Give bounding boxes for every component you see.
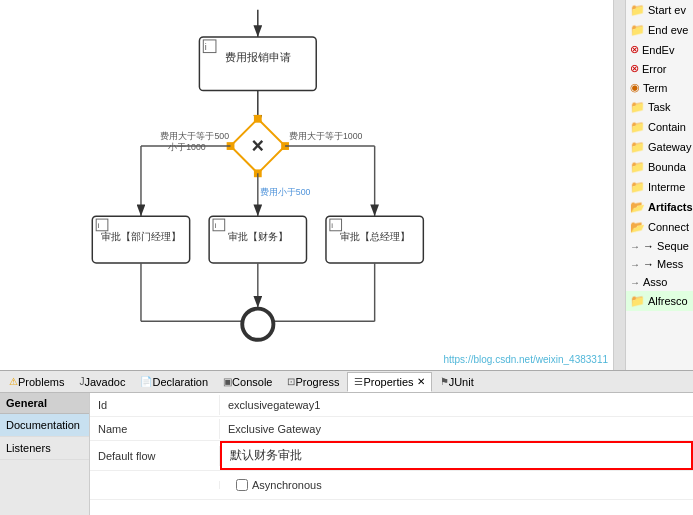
svg-text:i: i (331, 221, 333, 230)
prop-label-id: Id (90, 395, 220, 415)
right-panel-item-term[interactable]: ◉ Term (626, 78, 693, 97)
sequence-arrow-icon: → (630, 241, 640, 252)
stop-icon: ⊗ (630, 43, 639, 56)
right-panel-label: EndEv (642, 44, 674, 56)
right-panel-item-artifacts[interactable]: 📂 Artifacts (626, 197, 693, 217)
canvas[interactable]: i 费用报销申请 × 费用大于等于500 小于1000 (0, 0, 613, 370)
right-panel-label: Task (648, 101, 671, 113)
tab-progress[interactable]: ⊡ Progress (280, 372, 346, 392)
diagram-svg: i 费用报销申请 × 费用大于等于500 小于1000 (0, 0, 613, 370)
diagram-area: i 费用报销申请 × 费用大于等于500 小于1000 (0, 0, 693, 370)
right-panel-label: Artifacts (648, 201, 693, 213)
prop-row-default-flow: Default flow 默认财务审批 (90, 441, 693, 471)
tab-bar: ⚠ Problems J Javadoc 📄 Declaration ▣ Con… (0, 371, 693, 393)
right-panel-label: Error (642, 63, 666, 75)
junit-icon: ⚑ (440, 376, 449, 387)
right-panel-item-bounda[interactable]: 📁 Bounda (626, 157, 693, 177)
async-label: Asynchronous (252, 479, 322, 491)
prop-sidebar: General Documentation Listeners (0, 393, 90, 515)
tab-properties[interactable]: ☰ Properties ✕ (347, 372, 431, 392)
prop-sidebar-title: General (0, 393, 89, 414)
right-panel-label: Interme (648, 181, 685, 193)
prop-label-async (90, 481, 220, 489)
folder-icon: 📁 (630, 100, 645, 114)
tab-javadoc[interactable]: J Javadoc (72, 372, 132, 392)
folder-icon: 📁 (630, 160, 645, 174)
declaration-icon: 📄 (140, 376, 152, 387)
svg-point-40 (242, 309, 273, 340)
right-panel-item-gateway[interactable]: 📁 Gateway (626, 137, 693, 157)
svg-text:审批【部门经理】: 审批【部门经理】 (101, 232, 181, 243)
main-container: i 费用报销申请 × 费用大于等于500 小于1000 (0, 0, 693, 515)
folder-icon: 📁 (630, 3, 645, 17)
svg-text:审批【财务】: 审批【财务】 (228, 232, 288, 243)
right-panel-label: Gateway (648, 141, 691, 153)
svg-text:i: i (205, 42, 207, 52)
tab-junit[interactable]: ⚑ JUnit (433, 372, 481, 392)
tab-problems[interactable]: ⚠ Problems (2, 372, 71, 392)
right-panel-label: → Seque (643, 240, 689, 252)
folder-icon: 📂 (630, 200, 645, 214)
message-arrow-icon: → (630, 259, 640, 270)
prop-value-default-flow[interactable]: 默认财务审批 (220, 441, 693, 470)
right-panel-item-endev[interactable]: ⊗ EndEv (626, 40, 693, 59)
right-panel-item-asso[interactable]: → Asso (626, 273, 693, 291)
right-panel-label: Start ev (648, 4, 686, 16)
prop-sidebar-item-listeners[interactable]: Listeners (0, 437, 89, 460)
prop-sidebar-item-documentation[interactable]: Documentation (0, 414, 89, 437)
prop-label-default-flow: Default flow (90, 446, 220, 466)
tab-label: Properties (363, 376, 413, 388)
prop-row-async: Asynchronous (90, 471, 693, 500)
svg-text:小于1000: 小于1000 (168, 142, 206, 152)
folder-icon: 📁 (630, 120, 645, 134)
prop-label-name: Name (90, 419, 220, 439)
svg-text:i: i (214, 221, 216, 230)
right-panel-label: Term (643, 82, 667, 94)
right-panel-item-end-eve[interactable]: 📁 End eve (626, 20, 693, 40)
right-panel-item-start-ev[interactable]: 📁 Start ev (626, 0, 693, 20)
right-panel-item-error[interactable]: ⊗ Error (626, 59, 693, 78)
tab-label: Declaration (152, 376, 208, 388)
svg-rect-9 (254, 115, 262, 123)
warning-icon: ⚠ (9, 376, 18, 387)
right-panel-item-interme[interactable]: 📁 Interme (626, 177, 693, 197)
right-panel-item-connect[interactable]: 📂 Connect (626, 217, 693, 237)
svg-text:审批【总经理】: 审批【总经理】 (340, 232, 410, 243)
prop-value-id[interactable]: exclusivegateway1 (220, 395, 693, 415)
right-panel-label: Bounda (648, 161, 686, 173)
async-checkbox-row: Asynchronous (228, 475, 685, 495)
alfresco-icon: 📁 (630, 294, 645, 308)
folder-icon: 📂 (630, 220, 645, 234)
folder-icon: 📁 (630, 180, 645, 194)
progress-icon: ⊡ (287, 376, 295, 387)
right-panel-label: Contain (648, 121, 686, 133)
right-panel-item-seque[interactable]: → → Seque (626, 237, 693, 255)
term-icon: ◉ (630, 81, 640, 94)
svg-text:i: i (98, 221, 100, 230)
right-panel-item-task[interactable]: 📁 Task (626, 97, 693, 117)
right-panel-item-mess[interactable]: → → Mess (626, 255, 693, 273)
svg-text:费用大于等于500: 费用大于等于500 (160, 131, 229, 141)
bottom-section: ⚠ Problems J Javadoc 📄 Declaration ▣ Con… (0, 370, 693, 515)
prop-row-name: Name Exclusive Gateway (90, 417, 693, 441)
folder-icon: 📁 (630, 23, 645, 37)
prop-value-name[interactable]: Exclusive Gateway (220, 419, 693, 439)
tab-console[interactable]: ▣ Console (216, 372, 279, 392)
right-panel-item-contain[interactable]: 📁 Contain (626, 117, 693, 137)
tab-close-icon[interactable]: ✕ (417, 376, 425, 387)
tab-label: Problems (18, 376, 64, 388)
scroll-indicator[interactable] (613, 0, 625, 370)
error-icon: ⊗ (630, 62, 639, 75)
right-panel-label: Asso (643, 276, 667, 288)
right-panel-label: Alfresco (648, 295, 688, 307)
async-checkbox[interactable] (236, 479, 248, 491)
tab-declaration[interactable]: 📄 Declaration (133, 372, 215, 392)
tab-label: Progress (295, 376, 339, 388)
folder-icon: 📁 (630, 140, 645, 154)
tab-label: Console (232, 376, 272, 388)
prop-table: Id exclusivegateway1 Name Exclusive Gate… (90, 393, 693, 515)
right-panel-item-alfresco[interactable]: 📁 Alfresco (626, 291, 693, 311)
right-panel-label: → Mess (643, 258, 683, 270)
svg-rect-3 (199, 37, 316, 91)
svg-text:费用大于等于1000: 费用大于等于1000 (289, 131, 363, 141)
